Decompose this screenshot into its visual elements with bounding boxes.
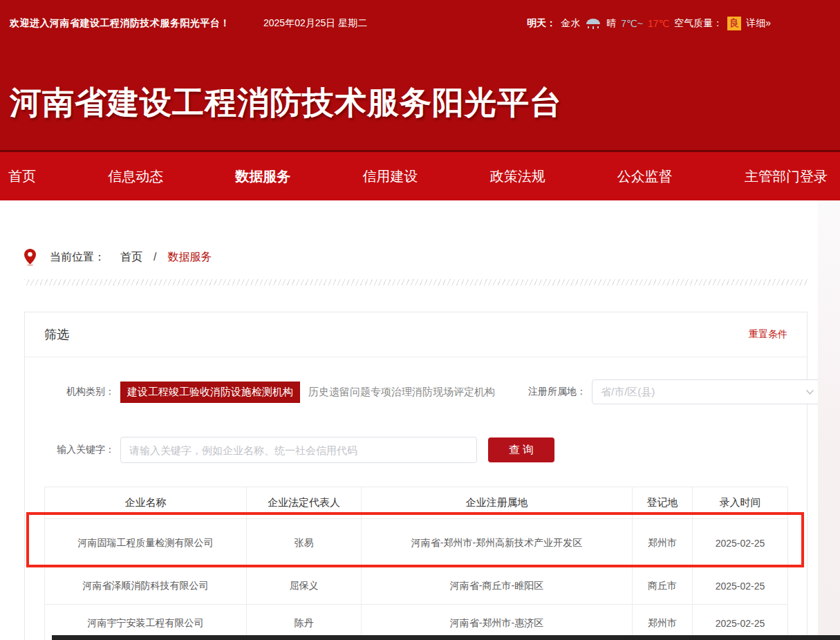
cell-registry-city: 郑州市 [633, 519, 693, 567]
air-quality-label: 空气质量： [674, 17, 722, 30]
chevron-down-icon [805, 389, 814, 395]
cell-entry-date: 2025-02-25 [693, 567, 788, 605]
results-table: 企业名称 企业法定代表人 企业注册属地 登记地 录入时间 河南固瑞工程质量检测有… [44, 487, 788, 640]
col-header-entry-date: 录入时间 [693, 487, 788, 519]
nav-item-policy[interactable]: 政策法规 [490, 167, 545, 186]
category-filter-row: 机构类别： 建设工程竣工验收消防设施检测机构 历史遗留问题专项治理消防现场评定机… [44, 379, 787, 405]
col-header-registered-location: 企业注册属地 [362, 487, 633, 519]
cell-company: 河南省泽顺消防科技有限公司 [45, 567, 247, 605]
cell-entry-date: 2025-02-25 [693, 519, 788, 567]
page-title: 河南省建设工程消防技术服务阳光平台 [10, 82, 562, 124]
region-label: 注册所属地： [516, 386, 586, 398]
breadcrumb-current-link[interactable]: 数据服务 [167, 250, 212, 265]
tomorrow-label: 明天： [527, 17, 556, 30]
keyword-input[interactable] [120, 437, 477, 463]
page: 欢迎进入河南省建设工程消防技术服务阳光平台！ 2025年02月25日 星期二 明… [0, 0, 840, 640]
cell-company: 河南固瑞工程质量检测有限公司 [45, 519, 247, 567]
weather-widget: 明天： 金水 晴 7℃~ 17℃ 空气质量： 良 详细» [527, 17, 771, 30]
nav-item-admin-login[interactable]: 主管部门登录 [745, 167, 828, 186]
cell-legal-rep: 张易 [247, 519, 362, 567]
breadcrumb-home-link[interactable]: 首页 [120, 250, 142, 265]
nav-item-credit[interactable]: 信用建设 [362, 167, 418, 186]
weather-awning-icon [585, 17, 601, 30]
topbar: 欢迎进入河南省建设工程消防技术服务阳光平台！ 2025年02月25日 星期二 明… [0, 0, 840, 30]
nav-item-home[interactable]: 首页 [8, 167, 36, 186]
keyword-filter-row: 输入关键字： 查 询 [44, 437, 787, 463]
table-row[interactable]: 河南固瑞工程质量检测有限公司 张易 河南省-郑州市-郑州高新技术产业开发区 郑州… [45, 519, 788, 567]
search-button[interactable]: 查 询 [488, 437, 554, 462]
site-header: 欢迎进入河南省建设工程消防技术服务阳光平台！ 2025年02月25日 星期二 明… [0, 0, 840, 150]
filter-panel-header: 筛选 重置条件 [25, 312, 807, 357]
col-header-legal-rep: 企业法定代表人 [247, 487, 362, 519]
weather-condition: 晴 [606, 17, 616, 30]
breadcrumb-label: 当前位置： [50, 250, 105, 265]
region-filter-group: 注册所属地： 省/市/区(县) [516, 379, 823, 404]
weather-detail-link[interactable]: 详细» [746, 17, 771, 30]
location-pin-icon [24, 249, 36, 265]
category-label: 机构类别： [44, 386, 115, 398]
keyword-label: 输入关键字： [44, 444, 115, 456]
breadcrumb: 当前位置： 首页 / 数据服务 [24, 249, 840, 265]
footer-bar [52, 635, 840, 640]
region-select-placeholder: 省/市/区(县) [601, 386, 805, 399]
breadcrumb-separator: / [153, 251, 156, 263]
stripe-divider [24, 279, 808, 285]
main-nav: 首页 信息动态 数据服务 信用建设 政策法规 公众监督 主管部门登录 [0, 150, 840, 200]
filter-panel-body: 机构类别： 建设工程竣工验收消防设施检测机构 历史遗留问题专项治理消防现场评定机… [25, 357, 807, 640]
category-chip-unselected[interactable]: 历史遗留问题专项治理消防现场评定机构 [308, 386, 495, 399]
category-chip-selected[interactable]: 建设工程竣工验收消防设施检测机构 [120, 382, 300, 403]
filter-title: 筛选 [44, 326, 69, 343]
cell-registered-location: 河南省-郑州市-郑州高新技术产业开发区 [362, 519, 633, 567]
district-text: 金水 [561, 17, 580, 30]
cell-legal-rep: 屈保义 [247, 567, 362, 605]
region-select[interactable]: 省/市/区(县) [592, 379, 823, 404]
col-header-registry-city: 登记地 [633, 487, 693, 519]
welcome-text: 欢迎进入河南省建设工程消防技术服务阳光平台！ [10, 17, 230, 30]
cell-registry-city: 商丘市 [633, 567, 693, 605]
filter-panel: 筛选 重置条件 机构类别： 建设工程竣工验收消防设施检测机构 历史遗留问题专项治… [24, 312, 808, 640]
nav-item-news[interactable]: 信息动态 [108, 167, 163, 186]
cell-registered-location: 河南省-商丘市-睢阳区 [362, 567, 633, 605]
table-header-row: 企业名称 企业法定代表人 企业注册属地 登记地 录入时间 [45, 487, 788, 519]
nav-item-data-service[interactable]: 数据服务 [235, 167, 290, 186]
date-text: 2025年02月25日 星期二 [263, 17, 367, 30]
temp-high: 17℃ [648, 18, 669, 29]
temp-low: 7℃~ [621, 18, 643, 29]
page-edge-strip [818, 200, 840, 640]
air-quality-badge: 良 [727, 17, 741, 30]
reset-filters-link[interactable]: 重置条件 [749, 328, 787, 341]
col-header-company: 企业名称 [45, 487, 247, 519]
nav-item-supervision[interactable]: 公众监督 [617, 167, 673, 186]
table-row[interactable]: 河南省泽顺消防科技有限公司 屈保义 河南省-商丘市-睢阳区 商丘市 2025-0… [45, 567, 788, 605]
